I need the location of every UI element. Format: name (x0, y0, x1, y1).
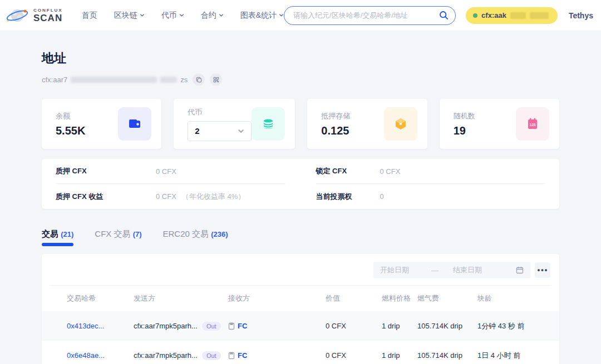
search-icon[interactable] (439, 11, 449, 20)
account-address: cfx:aak (481, 11, 506, 19)
redacted-segment (160, 77, 177, 83)
copy-icon (196, 77, 202, 83)
nonce-label: 随机数 (454, 111, 475, 121)
storage-collateral-value: 0.125 (321, 124, 350, 137)
staking-earnings-value: 0 CFX (156, 192, 176, 201)
stat-cards: 余额 5.55K 代币 2 抵押存储 0.125 (42, 99, 559, 149)
nav-item-home[interactable]: 首页 (82, 11, 97, 21)
search-input[interactable] (293, 11, 439, 19)
logo-line1: CONFLUX (33, 8, 63, 13)
tab-count: (7) (133, 230, 142, 238)
tab-cfx-transfers[interactable]: CFX 交易 (7) (95, 229, 141, 246)
nav-item-blockchain[interactable]: 区块链 (114, 11, 145, 21)
value-cell: 0 CFX (326, 322, 382, 330)
table-filter-bar: 开始日期 — 结束日期 ●●● (42, 254, 559, 285)
tx-hash-link[interactable]: 0x413dec... (67, 322, 134, 330)
nav-label: 区块链 (114, 11, 137, 21)
date-range-picker[interactable]: 开始日期 — 结束日期 (373, 262, 530, 278)
tab-count: (21) (61, 230, 73, 238)
to-contract-link[interactable]: FC (238, 322, 247, 330)
nav-item-charts-stats[interactable]: 图表&统计 (240, 11, 284, 21)
calendar-icon (516, 266, 524, 274)
nonce-card: 随机数 19 123 (440, 99, 559, 149)
gas-price-cell: 1 drip (382, 322, 417, 330)
nonce-value: 19 (454, 124, 475, 137)
chevron-down-icon (140, 13, 145, 18)
svg-text:123: 123 (530, 123, 536, 127)
more-options-button[interactable]: ●●● (535, 262, 550, 278)
age-cell: 1日 4 小时 前 (477, 351, 559, 361)
redacted-segment (510, 12, 526, 19)
to-cell: FC (228, 322, 326, 330)
tab-erc20-transfers[interactable]: ERC20 交易 (236) (163, 229, 228, 246)
logo-wordmark: CONFLUX SCAN (33, 8, 63, 23)
voting-power-label: 当前投票权 (316, 192, 380, 202)
token-card: 代币 2 (174, 99, 295, 149)
nav-item-tokens[interactable]: 代币 (161, 11, 184, 21)
nav-item-contracts[interactable]: 合约 (201, 11, 224, 21)
balance-value: 5.55K (56, 124, 85, 137)
contract-icon (228, 352, 235, 360)
contract-icon (228, 322, 235, 330)
network-selector[interactable]: Tethys (569, 11, 593, 20)
copy-address-button[interactable] (193, 73, 205, 86)
value-cell: 0 CFX (326, 351, 382, 360)
search-box[interactable] (284, 6, 456, 25)
chevron-down-icon (238, 128, 244, 134)
from-address[interactable]: cfx:aar7mpk5parh... (134, 351, 198, 360)
tab-label: CFX 交易 (95, 229, 130, 238)
tab-transactions[interactable]: 交易 (21) (42, 229, 73, 246)
age-cell: 1分钟 43 秒 前 (477, 321, 559, 331)
direction-badge: Out (202, 322, 221, 331)
staked-cfx-row: 质押 CFX 0 CFX (56, 159, 285, 184)
from-address[interactable]: cfx:aar7mpk5parh... (134, 322, 198, 330)
table-row: 0x413dec... cfx:aar7mpk5parh... Out FC 0… (42, 311, 559, 341)
nav-label: 合约 (201, 11, 216, 21)
voting-power-value: 0 (380, 192, 384, 201)
connected-account-pill[interactable]: cfx:aak (466, 7, 558, 24)
address-suffix: zs (180, 76, 188, 84)
balance-label: 余额 (56, 111, 85, 121)
wallet-icon (118, 107, 151, 141)
confluxscan-logo[interactable]: CONFLUX SCAN (6, 6, 63, 25)
start-date-placeholder[interactable]: 开始日期 (380, 265, 409, 275)
apy-note: （年化收益率 4%） (182, 192, 245, 202)
chevron-down-icon (219, 13, 224, 18)
col-to: 接收方 (228, 293, 326, 303)
redacted-segment (71, 77, 157, 83)
locked-cfx-row: 锁定 CFX 0 CFX (316, 159, 546, 184)
locked-cfx-value: 0 CFX (380, 167, 401, 176)
col-tx-hash: 交易哈希 (67, 293, 134, 303)
tab-count: (236) (211, 230, 228, 238)
table-header-row: 交易哈希 发送方 接收方 价值 燃料价格 燃气费 块龄 (42, 286, 559, 311)
address-prefix: cfx:aar7 (42, 76, 67, 84)
from-cell: cfx:aar7mpk5parh... Out (134, 322, 228, 331)
to-cell: FC (228, 351, 326, 360)
transactions-table-card: 开始日期 — 结束日期 ●●● 交易哈希 发送方 接收方 价值 燃料价格 燃气费… (42, 254, 559, 364)
direction-badge: Out (202, 351, 221, 360)
nav-label: 首页 (82, 11, 97, 21)
gas-price-cell: 1 drip (382, 351, 417, 360)
balance-card: 余额 5.55K (42, 99, 161, 149)
staking-earnings-label: 质押 CFX 收益 (56, 192, 156, 202)
staking-panel: 质押 CFX 0 CFX 锁定 CFX 0 CFX 质押 CFX 收益 0 CF… (42, 159, 559, 209)
voting-power-row: 当前投票权 0 (316, 184, 546, 209)
staking-earnings-row: 质押 CFX 收益 0 CFX （年化收益率 4%） (56, 184, 285, 209)
token-label: 代币 (188, 107, 252, 117)
from-cell: cfx:aar7mpk5parh... Out (134, 351, 228, 360)
col-age: 块龄 (477, 293, 559, 303)
col-gas-fee: 燃气费 (417, 293, 477, 303)
token-count-select[interactable]: 2 (188, 121, 252, 141)
to-contract-link[interactable]: FC (238, 351, 247, 360)
status-dot-icon (473, 13, 477, 18)
nav-label: 代币 (161, 11, 177, 21)
qr-code-button[interactable] (210, 73, 222, 86)
tx-hash-link[interactable]: 0x6e48ae... (67, 351, 134, 360)
ellipsis-icon: ●●● (537, 267, 548, 273)
nav-label: 图表&统计 (240, 11, 277, 21)
end-date-placeholder[interactable]: 结束日期 (453, 265, 482, 275)
col-value: 价值 (326, 293, 382, 303)
tab-label: ERC20 交易 (163, 229, 209, 238)
logo-line2: SCAN (33, 13, 63, 23)
table-row: 0x6e48ae... cfx:aar7mpk5parh... Out FC 0… (42, 341, 559, 364)
